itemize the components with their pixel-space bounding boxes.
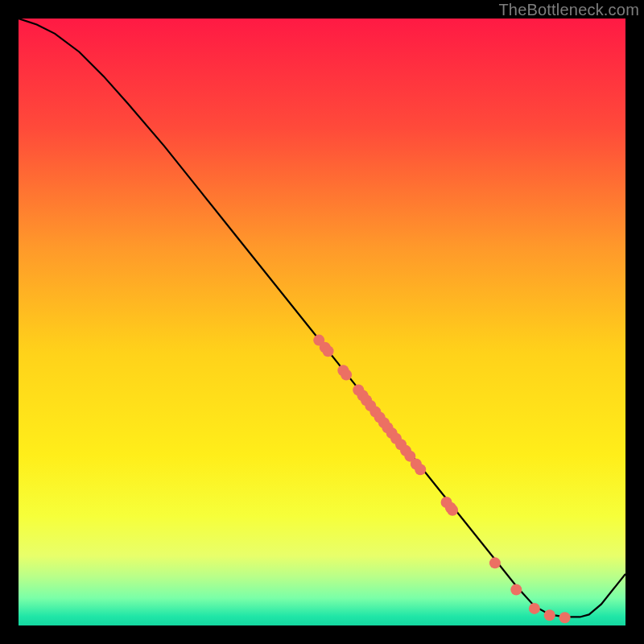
data-point	[544, 609, 555, 621]
data-point	[415, 464, 426, 475]
data-point	[510, 584, 522, 596]
chart-svg	[19, 19, 625, 625]
data-point	[323, 345, 334, 357]
data-point	[447, 505, 458, 516]
watermark-label: TheBottleneck.com	[498, 1, 639, 19]
plot-area	[19, 19, 625, 625]
data-point	[489, 557, 501, 568]
chart-frame: TheBottleneck.com	[0, 0, 644, 644]
data-point	[341, 369, 352, 381]
gradient-background	[19, 19, 625, 625]
data-point	[559, 612, 571, 623]
data-point	[529, 603, 540, 614]
